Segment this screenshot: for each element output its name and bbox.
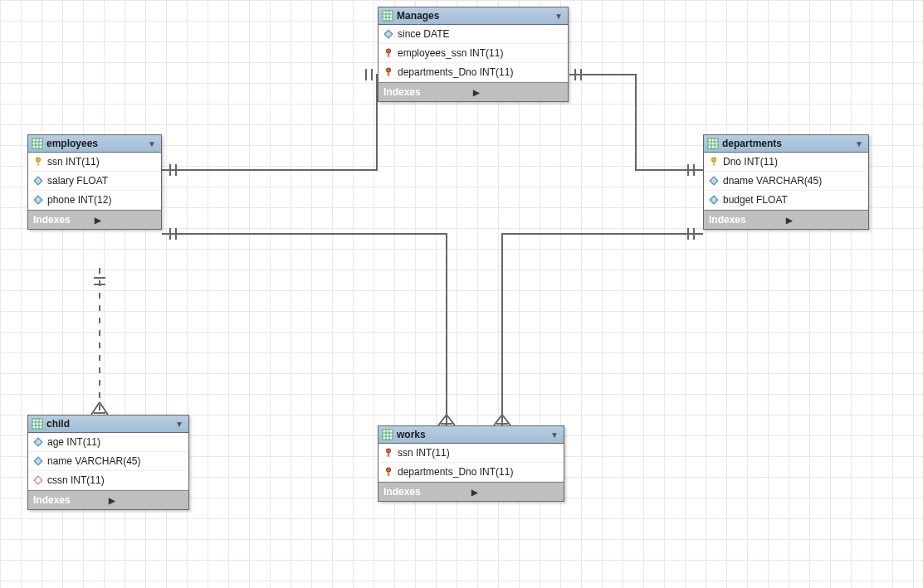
chevron-down-icon[interactable]: ▼ (855, 139, 863, 148)
attribute-icon (33, 195, 43, 205)
foreign-key-icon (383, 67, 393, 77)
attribute-icon (383, 29, 393, 39)
column-text: name VARCHAR(45) (47, 455, 140, 467)
indexes-label: Indexes (709, 214, 786, 226)
column[interactable]: ssn INT(11) (28, 153, 161, 172)
table-employees[interactable]: employees ▼ ssn INT(11) salary FLOAT pho… (27, 134, 162, 230)
indexes-section[interactable]: Indexes▶ (704, 210, 868, 229)
svg-point-35 (387, 468, 391, 472)
table-title: child (46, 418, 172, 430)
column[interactable]: budget FLOAT (704, 191, 868, 210)
column-text: ssn INT(11) (47, 156, 100, 168)
table-header[interactable]: child ▼ (28, 415, 188, 433)
indexes-label: Indexes (33, 214, 95, 226)
svg-rect-34 (388, 453, 389, 457)
attribute-icon (709, 176, 719, 186)
indexes-section[interactable]: Indexes▶ (28, 210, 161, 229)
table-header[interactable]: Manages ▼ (378, 7, 568, 25)
table-header[interactable]: departments ▼ (704, 135, 868, 153)
table-icon (382, 429, 393, 440)
attribute-icon (33, 437, 43, 447)
table-icon (382, 10, 393, 22)
chevron-down-icon[interactable]: ▼ (550, 430, 559, 440)
column[interactable]: salary FLOAT (28, 172, 161, 191)
chevron-down-icon[interactable]: ▼ (148, 139, 156, 148)
column[interactable]: departments_Dno INT(11) (378, 463, 564, 482)
table-title: works (397, 429, 547, 440)
column-text: since DATE (398, 28, 449, 40)
table-header[interactable]: employees ▼ (28, 135, 161, 153)
column[interactable]: cssn INT(11) (28, 471, 188, 490)
indexes-section[interactable]: Indexes▶ (28, 490, 188, 509)
column[interactable]: departments_Dno INT(11) (378, 63, 568, 82)
column-text: ssn INT(11) (398, 447, 450, 459)
chevron-down-icon[interactable]: ▼ (554, 12, 563, 21)
indexes-label: Indexes (383, 86, 473, 98)
column[interactable]: employees_ssn INT(11) (378, 44, 568, 63)
chevron-right-icon: ▶ (786, 216, 863, 225)
svg-point-14 (387, 68, 391, 72)
table-manages[interactable]: Manages ▼ since DATE employees_ssn INT(1… (378, 7, 569, 102)
indexes-section[interactable]: Indexes▶ (378, 82, 568, 101)
svg-point-21 (712, 158, 716, 162)
attribute-icon (33, 456, 43, 466)
indexes-label: Indexes (33, 494, 109, 506)
table-title: departments (722, 138, 852, 149)
table-icon (707, 138, 719, 149)
chevron-right-icon: ▶ (473, 88, 563, 97)
svg-rect-22 (713, 162, 715, 166)
foreign-key-icon (383, 448, 393, 458)
chevron-down-icon[interactable]: ▼ (175, 420, 183, 429)
column[interactable]: Dno INT(11) (704, 153, 868, 172)
column[interactable]: ssn INT(11) (378, 444, 564, 463)
attribute-icon (709, 195, 719, 205)
table-works[interactable]: works ▼ ssn INT(11) departments_Dno INT(… (378, 425, 564, 502)
attribute-open-icon (33, 475, 43, 485)
svg-rect-7 (383, 11, 393, 21)
attribute-icon (33, 176, 43, 186)
chevron-right-icon: ▶ (95, 216, 156, 225)
indexes-label: Indexes (383, 486, 471, 498)
chevron-right-icon: ▶ (109, 496, 184, 505)
svg-point-33 (387, 449, 391, 453)
foreign-key-icon (383, 48, 393, 58)
column-text: departments_Dno INT(11) (398, 466, 513, 478)
column[interactable]: name VARCHAR(45) (28, 452, 188, 471)
column-text: phone INT(12) (47, 194, 111, 206)
primary-key-icon (33, 157, 43, 167)
column-text: employees_ssn INT(11) (398, 47, 503, 59)
svg-rect-0 (32, 138, 42, 148)
column-text: salary FLOAT (47, 175, 108, 187)
chevron-right-icon: ▶ (471, 488, 559, 497)
column-text: age INT(11) (47, 436, 100, 448)
column-text: departments_Dno INT(11) (398, 66, 513, 78)
column[interactable]: age INT(11) (28, 433, 188, 452)
indexes-section[interactable]: Indexes▶ (378, 482, 564, 501)
svg-rect-6 (37, 162, 39, 166)
column-text: dname VARCHAR(45) (723, 175, 822, 187)
table-child[interactable]: child ▼ age INT(11) name VARCHAR(45) css… (27, 415, 189, 510)
svg-rect-15 (388, 72, 389, 76)
svg-rect-36 (388, 472, 389, 476)
column[interactable]: dname VARCHAR(45) (704, 172, 868, 191)
svg-point-12 (387, 49, 391, 53)
column-text: Dno INT(11) (723, 156, 778, 168)
table-departments[interactable]: departments ▼ Dno INT(11) dname VARCHAR(… (703, 134, 869, 230)
table-title: Manages (397, 10, 551, 22)
svg-rect-13 (388, 53, 389, 57)
column[interactable]: since DATE (378, 25, 568, 44)
foreign-key-icon (383, 467, 393, 477)
table-header[interactable]: works ▼ (378, 426, 564, 444)
table-icon (32, 418, 43, 430)
column-text: budget FLOAT (723, 194, 788, 206)
column-text: cssn INT(11) (47, 474, 105, 486)
svg-rect-23 (32, 419, 42, 429)
svg-rect-28 (383, 430, 393, 440)
column[interactable]: phone INT(12) (28, 191, 161, 210)
svg-point-5 (37, 158, 41, 162)
table-title: employees (46, 138, 144, 149)
table-icon (32, 138, 43, 149)
primary-key-icon (709, 157, 719, 167)
svg-rect-16 (708, 138, 718, 148)
